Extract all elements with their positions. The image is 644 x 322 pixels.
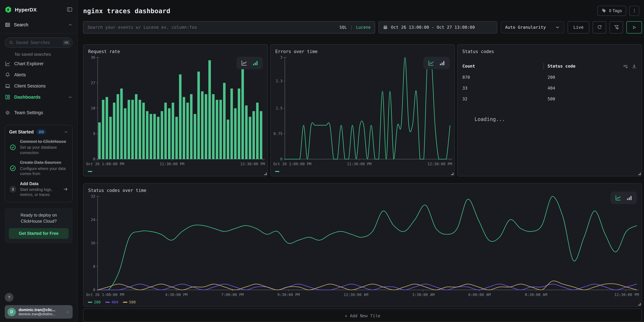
tag-icon bbox=[602, 8, 607, 13]
get-started-title: Get Started bbox=[9, 129, 34, 134]
filter-button[interactable] bbox=[610, 21, 623, 33]
legend-item-500[interactable]: 500 bbox=[123, 300, 136, 304]
svg-text:16: 16 bbox=[91, 241, 96, 245]
bar-chart-toggle-icon[interactable] bbox=[439, 60, 446, 66]
resize-handle[interactable] bbox=[638, 172, 640, 175]
errors-chart[interactable]: 00.751.52.33Oct 26 1:00:00 PM11:30:00 PM… bbox=[272, 54, 452, 167]
sidebar: HyperDX Search ⌘K No saved searches bbox=[0, 0, 78, 322]
svg-text:11:30:00 PM: 11:30:00 PM bbox=[347, 162, 372, 166]
status-codes-over-time-chart[interactable]: 08162432Oct 26 1:00:00 PM4:30:00 PM7:00:… bbox=[86, 194, 640, 298]
sidebar-item-chart-explorer[interactable]: Chart Explorer bbox=[5, 58, 73, 69]
dashboard-menu-button[interactable] bbox=[629, 6, 639, 16]
step-desc: Start sending logs, metrics, or traces bbox=[20, 187, 60, 198]
svg-text:1.5: 1.5 bbox=[276, 106, 282, 110]
resize-handle[interactable] bbox=[264, 172, 266, 175]
table-row[interactable]: 870 200 bbox=[462, 74, 637, 80]
tags-label: 0 Tags bbox=[609, 8, 622, 13]
calendar-icon bbox=[383, 25, 388, 30]
resize-handle[interactable] bbox=[451, 172, 454, 175]
sidebar-divider bbox=[0, 33, 77, 34]
sidebar-item-dashboards[interactable]: Dashboards bbox=[5, 92, 73, 103]
gear-icon bbox=[5, 110, 10, 116]
sidebar-item-alerts[interactable]: Alerts bbox=[5, 69, 73, 80]
panel-status-codes: Status codes Count Status code bbox=[457, 44, 642, 176]
panel-status-codes-over-time: Status codes over time 08162432Oct 26 1:… bbox=[83, 183, 642, 307]
column-header-count[interactable]: Count bbox=[462, 64, 544, 68]
legend-item-200[interactable]: 200 bbox=[88, 300, 101, 304]
table-options-icon[interactable] bbox=[623, 63, 628, 69]
chart-legend: 200 404 500 bbox=[84, 298, 642, 307]
svg-text:11:30:00 PM: 11:30:00 PM bbox=[160, 162, 184, 166]
app-root: HyperDX Search ⌘K No saved searches bbox=[0, 0, 644, 322]
svg-text:2.3: 2.3 bbox=[276, 79, 282, 83]
chart-type-toggle bbox=[424, 56, 450, 69]
svg-text:8:30:00 AM: 8:30:00 AM bbox=[525, 292, 547, 297]
tags-button[interactable]: 0 Tags bbox=[598, 6, 626, 16]
line-chart-toggle-icon[interactable] bbox=[428, 60, 434, 66]
hyperdx-logo-icon bbox=[5, 6, 12, 13]
cloud-text-line1: Ready to deploy on bbox=[9, 212, 68, 218]
laptop-icon bbox=[5, 83, 10, 89]
loading-text: Loading... bbox=[474, 116, 637, 122]
clickhouse-cloud-card: Ready to deploy on ClickHouse Cloud? Get… bbox=[5, 208, 73, 244]
sidebar-item-team-settings[interactable]: Team Settings bbox=[5, 107, 73, 118]
event-search-box[interactable]: SQL | Lucene bbox=[83, 21, 375, 33]
svg-text:0: 0 bbox=[93, 288, 95, 292]
svg-text:36: 36 bbox=[91, 55, 96, 59]
step-desc: Configure where your data comes from bbox=[20, 166, 68, 176]
shortcut-badge: ⌘K bbox=[63, 40, 70, 45]
granularity-select[interactable]: Auto Granularity bbox=[501, 21, 564, 33]
get-started-step-1[interactable]: Connect to ClickHouse Set up your databa… bbox=[9, 139, 68, 156]
live-button[interactable]: Live bbox=[568, 21, 589, 33]
nav-label: Alerts bbox=[14, 72, 26, 77]
time-range-picker[interactable]: Oct 26 13:00:00 - Oct 27 13:00:00 bbox=[378, 21, 497, 33]
nav-label: Dashboards bbox=[14, 94, 40, 100]
search-icon bbox=[9, 40, 14, 45]
bar-chart-toggle-icon[interactable] bbox=[626, 194, 632, 201]
sidebar-item-client-sessions[interactable]: Client Sessions bbox=[5, 80, 73, 92]
chevron-up-icon[interactable] bbox=[68, 22, 73, 27]
event-search-input[interactable] bbox=[88, 25, 336, 30]
line-chart-toggle-icon[interactable] bbox=[615, 194, 621, 201]
svg-text:8: 8 bbox=[93, 264, 95, 268]
chevron-down-icon[interactable] bbox=[68, 95, 73, 100]
line-chart-toggle-icon[interactable] bbox=[241, 60, 247, 66]
saved-searches-input[interactable] bbox=[16, 40, 60, 45]
column-header-status-code[interactable]: Status code bbox=[548, 64, 576, 68]
get-started-free-button[interactable]: Get Started for Free bbox=[9, 228, 68, 239]
table-row[interactable]: 32 500 bbox=[462, 96, 637, 101]
svg-text:0: 0 bbox=[93, 157, 95, 161]
lucene-toggle[interactable]: Lucene bbox=[356, 25, 371, 30]
chevron-up-icon[interactable] bbox=[64, 130, 68, 134]
legend-item-404[interactable]: 404 bbox=[106, 300, 118, 304]
sidebar-collapse-icon[interactable] bbox=[66, 6, 73, 12]
legend-swatch bbox=[123, 302, 128, 302]
nav-label: Client Sessions bbox=[14, 84, 46, 88]
svg-text:4:30:00 PM: 4:30:00 PM bbox=[165, 292, 188, 297]
nav-label: Chart Explorer bbox=[14, 61, 44, 66]
resize-handle[interactable] bbox=[638, 303, 640, 306]
step-title: Connect to ClickHouse bbox=[20, 139, 68, 144]
legend-swatch bbox=[88, 171, 92, 172]
refresh-button[interactable] bbox=[593, 21, 606, 33]
panel-title: Status codes bbox=[458, 44, 642, 54]
get-started-step-3[interactable]: 3 Add Data Start sending logs, metrics, … bbox=[9, 181, 68, 198]
svg-text:12:30:00 PM: 12:30:00 PM bbox=[428, 162, 452, 166]
svg-text:27: 27 bbox=[91, 80, 96, 85]
get-started-step-2[interactable]: Create Data Sources Configure where your… bbox=[9, 160, 68, 177]
sql-toggle[interactable]: SQL bbox=[340, 25, 347, 30]
help-button[interactable]: ? bbox=[5, 293, 14, 302]
column-resize-handle[interactable] bbox=[544, 64, 544, 68]
table-row[interactable]: 33 404 bbox=[462, 85, 637, 90]
download-icon[interactable] bbox=[632, 63, 637, 69]
step-title: Create Data Sources bbox=[20, 160, 68, 166]
add-new-tile-button[interactable]: + Add New Tile bbox=[83, 309, 642, 322]
cloud-text-line2: ClickHouse Cloud? bbox=[9, 218, 68, 224]
svg-text:Oct 26 1:00:00 PM: Oct 26 1:00:00 PM bbox=[86, 162, 124, 166]
run-query-button[interactable] bbox=[626, 21, 642, 33]
request-rate-chart[interactable]: 09182736Oct 26 1:00:00 PM11:30:00 PM12:3… bbox=[86, 54, 266, 167]
user-menu[interactable]: D dominic.tran@clic... dominic.tran@clic… bbox=[5, 305, 73, 318]
saved-searches-box[interactable]: ⌘K bbox=[5, 38, 73, 48]
sidebar-item-search[interactable]: Search bbox=[5, 19, 73, 30]
bar-chart-toggle-icon[interactable] bbox=[252, 60, 258, 66]
